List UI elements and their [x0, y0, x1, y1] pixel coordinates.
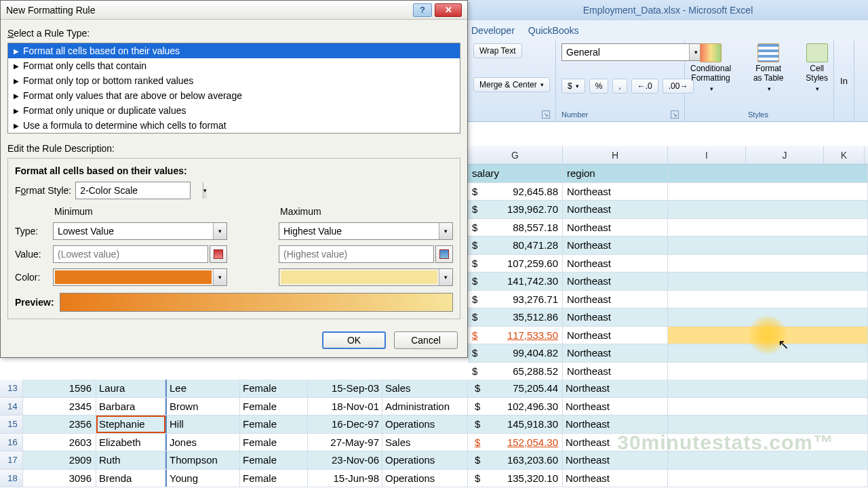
- rule-type-item[interactable]: ▶Format only unique or duplicate values: [8, 103, 460, 118]
- region-cell[interactable]: Northeast: [563, 255, 668, 272]
- number-format-combo[interactable]: ▾: [561, 43, 703, 61]
- header-salary[interactable]: salary: [468, 165, 563, 182]
- salary-cell[interactable]: $139,962.70: [468, 201, 563, 218]
- region-cell[interactable]: Northeast: [563, 272, 668, 290]
- max-color-combo[interactable]: ▾: [279, 268, 453, 286]
- last-name-cell[interactable]: Hill: [165, 415, 240, 433]
- min-color-combo[interactable]: ▾: [53, 268, 227, 286]
- merge-center-button[interactable]: Merge & Center▾: [473, 77, 550, 92]
- row-number[interactable]: 14: [0, 398, 23, 415]
- rule-type-item[interactable]: ▶Format all cells based on their values: [8, 43, 460, 58]
- gender-cell[interactable]: Female: [240, 470, 308, 487]
- emp-cell[interactable]: 1596: [23, 380, 96, 397]
- region-cell[interactable]: Northeast: [563, 201, 668, 218]
- gender-cell[interactable]: Female: [240, 451, 308, 469]
- max-value-input[interactable]: [279, 245, 434, 263]
- min-value-ref-button[interactable]: [210, 245, 227, 263]
- header-region[interactable]: region: [563, 165, 668, 182]
- region-cell[interactable]: Northeast: [563, 327, 668, 344]
- col-header-h[interactable]: H: [563, 146, 668, 164]
- dept-cell[interactable]: Sales: [382, 434, 468, 451]
- region-cell[interactable]: Northeast: [563, 363, 668, 380]
- region-cell[interactable]: Northeast: [563, 237, 668, 254]
- dept-cell[interactable]: Administration: [382, 398, 468, 415]
- date-cell[interactable]: 16-Dec-97: [308, 415, 382, 433]
- salary-cell[interactable]: $93,276.71: [468, 291, 563, 308]
- emp-cell[interactable]: 2603: [23, 434, 96, 451]
- row-number[interactable]: 15: [0, 415, 23, 433]
- dropdown-icon[interactable]: ▾: [203, 182, 207, 199]
- date-cell[interactable]: 15-Sep-03: [308, 380, 382, 397]
- min-type-combo[interactable]: ▾: [53, 222, 227, 240]
- col-header-i[interactable]: I: [668, 146, 746, 164]
- date-cell[interactable]: 15-Jun-98: [308, 470, 382, 487]
- comma-button[interactable]: ,: [612, 79, 627, 94]
- salary-cell[interactable]: $75,205.44: [468, 380, 563, 397]
- emp-cell[interactable]: 3096: [23, 470, 96, 487]
- emp-cell[interactable]: 2356: [23, 415, 96, 433]
- salary-cell[interactable]: $88,557.18: [468, 219, 563, 237]
- region-cell[interactable]: Northeast: [563, 398, 668, 415]
- wrap-text-button[interactable]: Wrap Text: [473, 43, 522, 58]
- currency-button[interactable]: $▾: [561, 79, 585, 94]
- salary-cell[interactable]: $99,404.82: [468, 344, 563, 362]
- last-name-cell[interactable]: Brown: [165, 398, 240, 415]
- rule-type-item[interactable]: ▶Use a formula to determine which cells …: [8, 118, 460, 133]
- emp-cell[interactable]: 2345: [23, 398, 96, 415]
- row-number[interactable]: 17: [0, 451, 23, 469]
- region-cell[interactable]: Northeast: [563, 344, 668, 362]
- region-cell[interactable]: Northeast: [563, 291, 668, 308]
- salary-cell[interactable]: $102,496.30: [468, 398, 563, 415]
- emp-cell[interactable]: 2909: [23, 451, 96, 469]
- gender-cell[interactable]: Female: [240, 434, 308, 451]
- close-button[interactable]: ✕: [435, 3, 462, 17]
- row-number[interactable]: 16: [0, 434, 23, 451]
- region-cell[interactable]: Northeast: [563, 380, 668, 397]
- rule-type-list[interactable]: ▶Format all cells based on their values …: [7, 43, 460, 134]
- percent-button[interactable]: %: [589, 79, 609, 94]
- last-name-cell[interactable]: Thompson: [165, 451, 240, 469]
- region-cell[interactable]: Northeast: [563, 308, 668, 326]
- salary-cell[interactable]: $92,645.88: [468, 183, 563, 201]
- salary-cell[interactable]: $135,320.10: [468, 470, 563, 487]
- dept-cell[interactable]: Operations: [382, 415, 468, 433]
- number-launcher-icon[interactable]: ↘: [671, 110, 679, 119]
- first-name-cell[interactable]: Brenda: [96, 470, 165, 487]
- dept-cell[interactable]: Operations: [382, 451, 468, 469]
- last-name-cell[interactable]: Jones: [165, 434, 240, 451]
- ok-button[interactable]: OK: [322, 331, 386, 349]
- region-cell[interactable]: Northeast: [563, 219, 668, 237]
- tab-developer[interactable]: Developer: [471, 25, 515, 36]
- salary-cell[interactable]: $141,742.30: [468, 272, 563, 290]
- min-value-input[interactable]: [53, 245, 208, 263]
- first-name-cell[interactable]: Laura: [96, 380, 165, 397]
- region-cell[interactable]: Northeast: [563, 415, 668, 433]
- alignment-launcher-icon[interactable]: ↘: [542, 110, 550, 119]
- max-type-combo[interactable]: ▾: [279, 222, 453, 240]
- first-name-cell[interactable]: Elizabeth: [96, 434, 165, 451]
- region-cell[interactable]: Northeast: [563, 183, 668, 201]
- increase-decimal-button[interactable]: ←.0: [631, 79, 658, 94]
- salary-cell[interactable]: $65,288.52: [468, 363, 563, 380]
- first-name-cell[interactable]: Barbara: [96, 398, 165, 415]
- salary-cell[interactable]: $152,054.30: [468, 434, 563, 451]
- gender-cell[interactable]: Female: [240, 415, 308, 433]
- date-cell[interactable]: 23-Nov-06: [308, 451, 382, 469]
- cell-styles-button[interactable]: Cell Styles▾: [806, 43, 828, 94]
- rule-type-item[interactable]: ▶Format only cells that contain: [8, 58, 460, 73]
- format-style-combo[interactable]: ▾: [75, 182, 191, 199]
- dialog-title-bar[interactable]: New Formatting Rule ? ✕: [1, 1, 467, 20]
- date-cell[interactable]: 18-Nov-01: [308, 398, 382, 415]
- conditional-formatting-button[interactable]: Conditional Formatting▾: [690, 43, 731, 94]
- row-number[interactable]: 13: [0, 380, 23, 397]
- salary-cell[interactable]: $107,259.60: [468, 255, 563, 272]
- gender-cell[interactable]: Female: [240, 380, 308, 397]
- first-name-cell[interactable]: Ruth: [96, 451, 165, 469]
- salary-cell[interactable]: $35,512.86: [468, 308, 563, 326]
- tab-quickbooks[interactable]: QuickBooks: [528, 25, 579, 36]
- salary-cell[interactable]: $145,918.30: [468, 415, 563, 433]
- salary-cell[interactable]: $117,533.50: [468, 327, 563, 344]
- first-name-cell[interactable]: Stephanie: [96, 415, 165, 433]
- col-header-g[interactable]: G: [468, 146, 563, 164]
- help-button[interactable]: ?: [413, 3, 432, 17]
